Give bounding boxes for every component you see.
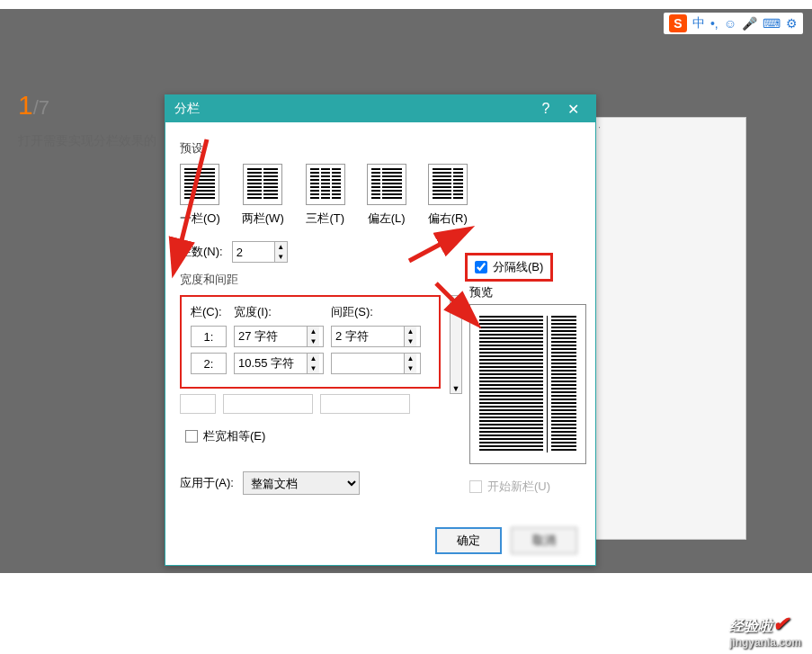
help-button[interactable]: ? [532,101,559,117]
preset-two-label: 两栏(W) [242,211,284,227]
check-icon: ✔ [772,613,789,635]
cancel-button[interactable]: 取消 [511,527,577,554]
watermark: 经验啦✔ jingyanla.com [729,613,801,649]
current-page: 1 [18,90,33,120]
ime-punct[interactable]: •, [710,16,718,31]
cols-count-spinner[interactable]: ▲▼ [232,241,288,263]
row1-width-input[interactable] [235,327,307,346]
separator-checkbox-group[interactable]: 分隔线(B) [465,253,553,282]
row2-width-input[interactable] [235,354,307,373]
spin-down-icon[interactable]: ▼ [307,363,319,373]
ok-button[interactable]: 确定 [435,527,502,554]
preset-one[interactable]: 一栏(O) [180,164,220,227]
row2-gap-spinner[interactable]: ▲▼ [331,353,421,374]
ime-lang[interactable]: 中 [692,15,705,31]
preset-right-icon [428,164,468,205]
row1-gap-spinner[interactable]: ▲▼ [331,326,421,347]
row1-index: 1: [191,326,227,347]
separator-checkbox[interactable] [475,261,487,273]
spin-up-icon[interactable]: ▲ [307,327,319,336]
watermark-brand: 经验啦 [729,618,772,633]
width-list-scrollbar[interactable]: ▲▼ [450,295,462,394]
preset-left-label: 偏左(L) [368,211,406,227]
ime-toolbar: S 中 •, ☺ 🎤 ⌨ ⚙ [664,13,803,34]
ime-mic-icon[interactable]: 🎤 [742,16,757,31]
row2-gap-input[interactable] [332,354,404,373]
spin-up-icon[interactable]: ▲ [404,354,416,363]
page-caption: 打开需要实现分栏效果的 [18,133,156,149]
cols-count-input[interactable] [233,242,274,262]
row2-width-spinner[interactable]: ▲▼ [234,353,324,374]
spin-up-icon[interactable]: ▲ [307,354,319,363]
preset-left-icon [367,164,406,205]
spin-down-icon[interactable]: ▼ [404,336,416,346]
row1-width-spinner[interactable]: ▲▼ [234,326,324,347]
row2-index: 2: [191,353,227,374]
equal-width-label: 栏宽相等(E) [203,428,265,444]
close-button[interactable]: ✕ [559,101,586,118]
dialog-title: 分栏 [174,101,532,117]
page-counter: 1/7 [18,90,49,121]
preset-three-icon [306,164,345,205]
spin-down-icon[interactable]: ▼ [274,252,287,262]
start-new-column-label: 开始新栏(U) [487,479,550,495]
cols-count-label: 栏数(N): [180,244,223,260]
preset-list: 一栏(O) 两栏(W) 三栏(T) 偏左(L) 偏右(R) [180,164,581,227]
dialog-titlebar: 分栏 ? ✕ [165,95,595,122]
preset-right[interactable]: 偏右(R) [428,164,468,227]
preset-one-label: 一栏(O) [180,211,220,227]
apply-to-select[interactable]: 整篇文档 [243,471,360,495]
total-pages: /7 [33,96,49,119]
preset-right-label: 偏右(R) [428,211,468,227]
apply-to-label: 应用于(A): [180,475,234,491]
ime-settings-icon[interactable]: ⚙ [786,16,798,31]
background-document-panel: · [593,117,746,540]
preview-box [469,304,586,464]
spin-down-icon[interactable]: ▼ [404,363,416,373]
separator-label: 分隔线(B) [493,259,543,275]
spin-down-icon[interactable]: ▼ [307,336,319,346]
width-spacing-group: 栏(C): 宽度(I): 间距(S): 1: ▲▼ ▲▼ 2: ▲▼ ▲▼ [180,295,441,389]
preset-two-icon [243,164,282,205]
columns-dialog: 分栏 ? ✕ 预设 一栏(O) 两栏(W) 三栏(T) 偏左(L) [165,94,596,566]
spin-up-icon[interactable]: ▲ [404,327,416,336]
spin-up-icon[interactable]: ▲ [274,242,287,252]
gap-header: 间距(S): [331,304,373,320]
ime-emoji-icon[interactable]: ☺ [724,16,736,31]
preset-one-icon [180,164,219,205]
checkbox-icon [185,430,198,443]
preset-three[interactable]: 三栏(T) [306,164,345,227]
ime-keyboard-icon[interactable]: ⌨ [763,16,781,31]
start-new-column-checkbox: 开始新栏(U) [469,479,550,495]
col-header: 栏(C): [191,304,227,320]
preset-section-label: 预设 [180,140,581,157]
checkbox-icon [469,480,482,493]
preset-two[interactable]: 两栏(W) [242,164,284,227]
width-header: 宽度(I): [234,304,324,320]
preset-left[interactable]: 偏左(L) [367,164,406,227]
preset-three-label: 三栏(T) [306,211,344,227]
watermark-url: jingyanla.com [729,636,801,649]
preview-section-label: 预览 [469,284,493,300]
sogou-logo-icon: S [669,14,687,32]
row1-gap-input[interactable] [332,327,404,346]
